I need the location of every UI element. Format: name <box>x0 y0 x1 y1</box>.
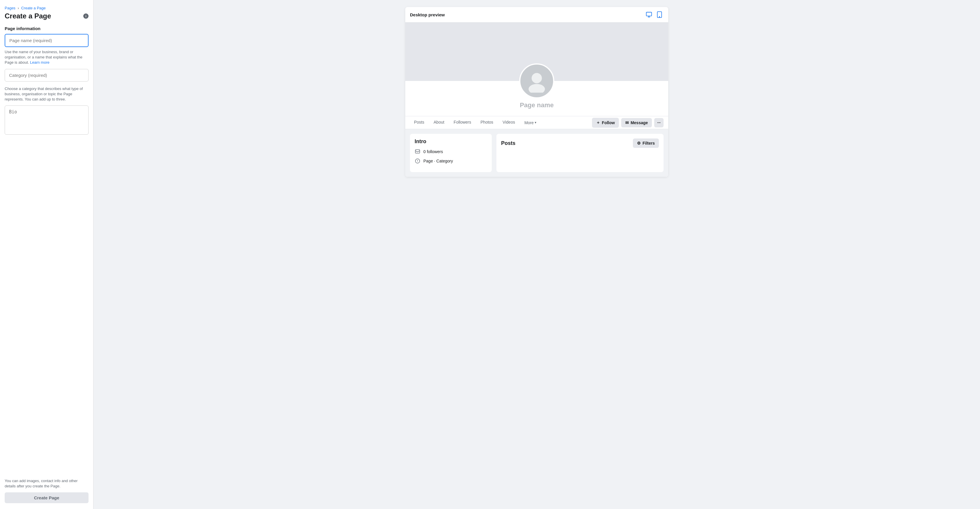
svg-point-6 <box>528 84 545 92</box>
breadcrumb: Pages › Create a Page <box>5 6 89 10</box>
svg-point-10 <box>417 162 418 162</box>
breadcrumb-current: Create a Page <box>21 6 46 10</box>
followers-count: 0 followers <box>423 149 443 154</box>
filters-icon: ⚙ <box>637 141 641 146</box>
category-help: Choose a category that describes what ty… <box>5 86 89 102</box>
bottom-help-text: You can add images, contact info and oth… <box>5 471 89 489</box>
page-title-row: Create a Page i <box>5 12 89 20</box>
svg-point-5 <box>531 73 542 83</box>
sidebar: Pages › Create a Page Create a Page i Pa… <box>0 0 94 509</box>
follow-button[interactable]: ＋ Follow <box>592 118 619 128</box>
message-icon: ✉ <box>625 120 629 125</box>
main-content: Desktop preview <box>94 0 980 509</box>
intro-card: Intro 0 followers <box>410 134 492 172</box>
filters-button[interactable]: ⚙ Filters <box>633 138 659 148</box>
follow-icon: ＋ <box>596 120 600 126</box>
posts-card: Posts ⚙ Filters <box>496 134 663 172</box>
create-page-button[interactable]: Create Page <box>5 492 89 503</box>
page-nav: Posts About Followers Photos Videos More… <box>405 116 668 129</box>
svg-point-4 <box>659 16 660 17</box>
learn-more-link[interactable]: Learn more <box>30 60 49 65</box>
followers-icon <box>415 149 420 154</box>
breadcrumb-separator: › <box>18 6 20 10</box>
nav-actions: ＋ Follow ✉ Message ··· <box>592 118 663 128</box>
page-content: Intro 0 followers <box>405 129 668 177</box>
info-icon[interactable]: i <box>83 13 89 19</box>
bio-textarea[interactable] <box>5 105 89 135</box>
device-toggle <box>645 11 663 19</box>
page-info-section-label: Page information <box>5 26 89 31</box>
page-category-icon <box>415 158 420 164</box>
category-input[interactable] <box>5 69 89 81</box>
nav-item-about[interactable]: About <box>430 116 449 129</box>
page-category-text: Page · Category <box>423 159 453 163</box>
nav-item-followers[interactable]: Followers <box>450 116 476 129</box>
more-actions-button[interactable]: ··· <box>654 118 663 127</box>
message-button[interactable]: ✉ Message <box>621 118 652 127</box>
nav-item-more[interactable]: More ▾ <box>520 116 541 129</box>
page-name-display: Page name <box>405 102 668 109</box>
desktop-icon[interactable] <box>645 11 653 19</box>
page-name-help: Use the name of your business, brand or … <box>5 49 89 65</box>
preview-container: Desktop preview <box>405 7 668 177</box>
page-name-input[interactable] <box>5 34 89 47</box>
posts-header: Posts ⚙ Filters <box>501 138 659 148</box>
nav-item-videos[interactable]: Videos <box>498 116 519 129</box>
nav-item-photos[interactable]: Photos <box>477 116 498 129</box>
nav-items: Posts About Followers Photos Videos More… <box>410 116 592 129</box>
profile-picture <box>519 64 554 99</box>
preview-header: Desktop preview <box>405 7 668 22</box>
profile-pic-wrapper <box>519 64 554 99</box>
cover-photo <box>405 22 668 81</box>
svg-rect-0 <box>646 12 652 16</box>
followers-item: 0 followers <box>415 149 487 154</box>
svg-rect-7 <box>415 150 420 153</box>
nav-item-posts[interactable]: Posts <box>410 116 428 129</box>
intro-title: Intro <box>415 138 487 145</box>
page-title: Create a Page <box>5 12 51 20</box>
category-item: Page · Category <box>415 158 487 164</box>
tablet-icon[interactable] <box>655 11 663 19</box>
posts-title: Posts <box>501 140 515 146</box>
preview-title: Desktop preview <box>410 12 445 17</box>
breadcrumb-pages-link[interactable]: Pages <box>5 6 16 10</box>
